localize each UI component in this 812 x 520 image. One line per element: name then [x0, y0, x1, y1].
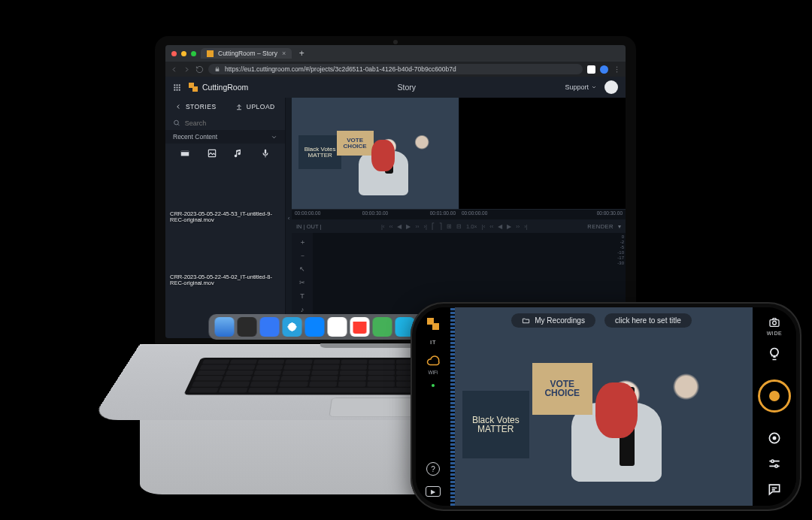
profile-icon[interactable] [600, 65, 608, 74]
tick: 00:01:00.00 [430, 210, 456, 219]
search-input[interactable] [185, 119, 277, 127]
focus-lock-button[interactable] [767, 431, 782, 446]
my-recordings-chip[interactable]: My Recordings [511, 313, 595, 328]
tab-upload[interactable]: UPLOAD [226, 98, 286, 116]
record-button[interactable] [758, 379, 791, 413]
tab-stories-label: STORIES [186, 103, 217, 110]
dock-app-icon[interactable] [350, 317, 370, 337]
play-icon[interactable]: ▶ [406, 223, 411, 230]
dock-app-icon[interactable] [283, 317, 302, 337]
dock-app-icon[interactable] [215, 317, 235, 337]
overwrite-icon[interactable]: ⊟ [456, 223, 462, 230]
svg-rect-10 [177, 89, 178, 90]
filter-voice-icon[interactable] [260, 148, 271, 159]
ruler-source: 00:00:00.00 00:00:30.00 00:01:00.00 [292, 209, 459, 219]
step-back-icon[interactable]: ‹‹ [489, 223, 493, 230]
help-button[interactable]: ? [426, 462, 440, 476]
tool-cut-icon[interactable]: ✂ [298, 278, 307, 287]
microphone-shape [385, 147, 393, 174]
preview-source[interactable]: Black Votes MATTER VOTE CHOICE [292, 98, 459, 209]
recent-content-toggle[interactable]: Recent Content [165, 130, 285, 144]
dock-app-icon[interactable] [260, 317, 280, 337]
cloud-icon[interactable] [426, 355, 440, 368]
play-back-icon[interactable]: ◀ [498, 223, 502, 230]
chip-label: click here to set title [615, 316, 681, 325]
brand-name: CuttingRoom [202, 83, 248, 92]
dock-app-icon[interactable] [305, 317, 325, 337]
go-start-icon[interactable]: |‹ [482, 223, 485, 230]
support-menu[interactable]: Support [565, 83, 597, 91]
clip-item[interactable]: CRR-2023-05-05-22-45-02_IT-untitled-8-RE… [165, 226, 285, 289]
svg-rect-6 [174, 86, 175, 88]
tab-close-icon[interactable]: × [282, 50, 286, 57]
svg-point-18 [773, 321, 777, 325]
torch-button[interactable] [767, 346, 782, 361]
chat-button[interactable] [767, 482, 782, 497]
clip-list[interactable]: Black Votes MATTER VOTE CHOICE CRR-2023-… [165, 163, 285, 338]
tick: 00:00:30.00 [362, 210, 388, 219]
upload-icon [235, 103, 243, 110]
step-fwd-icon[interactable]: ›› [415, 223, 419, 230]
tab-stories[interactable]: STORIES [165, 98, 226, 116]
browser-menu-icon[interactable] [613, 65, 621, 74]
traffic-max-icon[interactable] [191, 51, 196, 56]
insert-icon[interactable]: ⊞ [447, 223, 452, 230]
extension-icon[interactable] [587, 65, 595, 74]
tool-text-icon[interactable]: T [298, 292, 307, 301]
new-tab-button[interactable]: + [296, 48, 307, 59]
time-ruler[interactable]: 00:00:00.00 00:00:30.00 00:01:00.00 00:0… [292, 209, 626, 219]
zoom-in-icon[interactable]: ＋ [298, 237, 307, 246]
traffic-close-icon[interactable] [171, 51, 177, 56]
browser-tab[interactable]: CuttingRoom – Story × [201, 48, 292, 59]
render-menu-icon[interactable]: ▾ [618, 223, 621, 230]
tool-music-icon[interactable]: ♪ [298, 305, 307, 314]
nav-back-icon[interactable] [170, 65, 178, 74]
speed-label[interactable]: 1.0× [466, 223, 477, 230]
svg-rect-3 [174, 84, 175, 86]
zoom-out-icon[interactable]: － [298, 251, 307, 260]
phone-viewfinder[interactable]: Black Votes MATTER VOTE CHOICE My Record… [450, 307, 753, 506]
arrow-left-icon [174, 103, 182, 110]
clip-item[interactable]: Black Votes MATTER VOTE CHOICE CRR-2023-… [165, 163, 285, 226]
brand-logo-icon [189, 83, 198, 92]
go-end-icon[interactable]: ›| [423, 223, 426, 230]
brand[interactable]: CuttingRoom [189, 83, 248, 92]
filter-video-icon[interactable] [180, 148, 190, 159]
mark-out-icon[interactable]: ⎤ [439, 223, 442, 230]
play-back-icon[interactable]: ◀ [397, 223, 401, 230]
settings-button[interactable] [767, 456, 782, 471]
set-title-chip[interactable]: click here to set title [604, 313, 692, 328]
tab-upload-label: UPLOAD [247, 103, 275, 110]
mark-in-icon[interactable]: ⎡ [432, 223, 435, 230]
camera-switch-button[interactable]: WIDE [767, 316, 783, 336]
step-back-icon[interactable]: ‹‹ [389, 223, 392, 230]
filter-audio-icon[interactable] [233, 148, 244, 159]
address-bar[interactable]: https://eu1.cuttingroom.com/#/projects/3… [208, 64, 583, 74]
sidebar-collapse-handle[interactable]: ‹ [286, 98, 292, 338]
chip-label: My Recordings [535, 316, 585, 325]
url-text: https://eu1.cuttingroom.com/#/projects/3… [225, 65, 456, 73]
filter-image-icon[interactable] [207, 148, 217, 159]
playback-button[interactable]: ▶ [426, 486, 441, 497]
traffic-min-icon[interactable] [181, 51, 186, 56]
status-dot-icon [432, 384, 435, 387]
preview-program[interactable] [459, 98, 626, 209]
go-start-icon[interactable]: |‹ [381, 223, 384, 230]
user-avatar[interactable] [604, 80, 618, 94]
tool-select-icon[interactable]: ↖ [298, 265, 307, 274]
render-button[interactable]: RENDER [587, 223, 614, 230]
dock-app-icon[interactable] [328, 317, 347, 337]
nav-forward-icon[interactable] [183, 65, 191, 74]
tab-title: CuttingRoom – Story [218, 50, 277, 57]
app-switcher-icon[interactable] [173, 83, 181, 92]
go-end-icon[interactable]: ›| [524, 223, 527, 230]
step-fwd-icon[interactable]: ›› [516, 223, 520, 230]
connection-label: WiFi [429, 370, 438, 375]
dock-app-icon[interactable] [238, 317, 257, 337]
search-row[interactable] [165, 116, 285, 130]
play-icon[interactable]: ▶ [507, 223, 511, 230]
nav-reload-icon[interactable] [195, 65, 204, 74]
preview-row: Black Votes MATTER VOTE CHOICE [292, 98, 626, 209]
dock-app-icon[interactable] [373, 317, 392, 337]
svg-rect-4 [177, 84, 178, 86]
